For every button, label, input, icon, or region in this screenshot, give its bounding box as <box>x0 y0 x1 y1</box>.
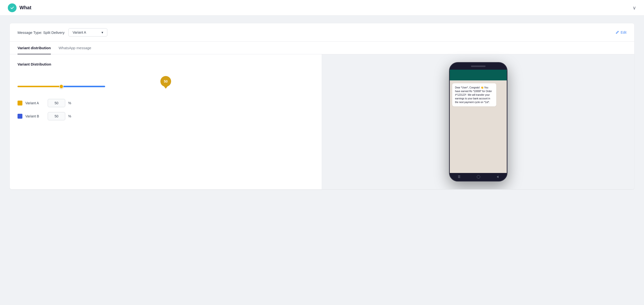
page-title: What <box>20 5 32 11</box>
variant-rows: Variant A % Variant B % <box>18 99 314 120</box>
tab-content: Variant Distribution 50 Variant A <box>10 54 634 189</box>
variant-b-input[interactable] <box>48 112 65 120</box>
check-circle-icon <box>8 4 16 12</box>
whatsapp-body: Dear *User*, Congrats! 👏 You have earned… <box>450 80 507 173</box>
edit-label: Edit <box>621 31 626 34</box>
slider-track-filled <box>18 86 61 87</box>
phone-nav-back-icon <box>497 176 498 178</box>
collapse-chevron-icon[interactable]: ∨ <box>632 5 636 11</box>
slider-tooltip: 50 <box>160 76 171 87</box>
phone-nav-home-icon <box>477 175 480 179</box>
variant-row-a: Variant A % <box>18 99 314 107</box>
variant-a-label: Variant A <box>25 101 45 105</box>
variant-a-color <box>18 101 22 106</box>
message-bubble: Dear *User*, Congrats! 👏 You have earned… <box>452 83 496 106</box>
variant-row-b: Variant B % <box>18 112 314 120</box>
whatsapp-header <box>450 70 507 80</box>
phone-notch-area <box>450 63 507 70</box>
edit-button[interactable]: Edit <box>615 31 626 34</box>
right-panel: Dear *User*, Congrats! 👏 You have earned… <box>322 54 634 189</box>
phone-bottom-bar: ☰ <box>450 173 507 181</box>
phone-mockup: Dear *User*, Congrats! 👏 You have earned… <box>449 62 508 181</box>
header-left: What <box>8 4 32 12</box>
section-title: Variant Distribution <box>18 62 314 66</box>
main-card: Message Type: Split Delivery Variant A ▾… <box>10 23 634 189</box>
phone-nav-menu-icon: ☰ <box>458 175 460 179</box>
slider-container: 50 <box>18 76 314 87</box>
variant-a-input[interactable] <box>48 99 65 107</box>
dropdown-chevron-icon: ▾ <box>102 31 103 34</box>
left-panel: Variant Distribution 50 Variant A <box>10 54 322 189</box>
message-type-left: Message Type: Split Delivery Variant A ▾ <box>18 28 107 37</box>
message-text: Dear *User*, Congrats! 👏 You have earned… <box>455 86 492 104</box>
dropdown-value: Variant A <box>72 31 86 34</box>
phone-notch <box>471 66 486 67</box>
tab-variant-distribution[interactable]: Variant distribution <box>18 42 51 54</box>
variant-b-percent: % <box>68 114 71 118</box>
slider-track[interactable] <box>18 86 105 87</box>
variant-dropdown[interactable]: Variant A ▾ <box>68 28 107 37</box>
variant-b-label: Variant B <box>25 114 45 118</box>
main-content: Message Type: Split Delivery Variant A ▾… <box>0 16 644 305</box>
message-type-bar: Message Type: Split Delivery Variant A ▾… <box>10 23 634 42</box>
message-type-label: Message Type: Split Delivery <box>18 31 64 35</box>
tab-whatsapp-message[interactable]: WhatsApp message <box>59 42 91 54</box>
what-header: What ∨ <box>0 0 644 16</box>
variant-b-color <box>18 114 22 119</box>
variant-a-percent: % <box>68 101 71 105</box>
slider-thumb[interactable] <box>59 84 64 89</box>
phone-screen: Dear *User*, Congrats! 👏 You have earned… <box>450 70 507 173</box>
tabs-nav: Variant distribution WhatsApp message <box>10 42 634 54</box>
edit-pencil-icon <box>615 31 619 34</box>
